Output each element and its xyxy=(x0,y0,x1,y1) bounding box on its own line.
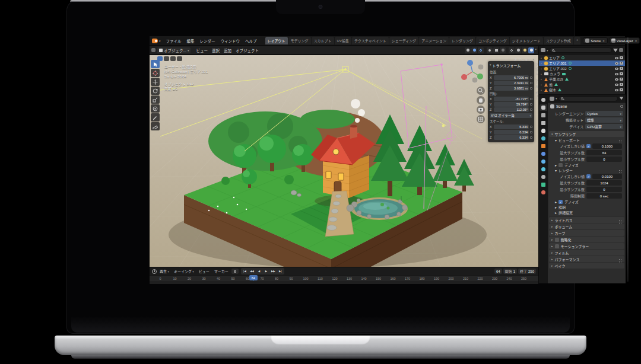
disclosure-dot[interactable]: • xyxy=(541,83,543,87)
rotation-y-field[interactable]: 59.784° xyxy=(494,102,529,107)
viewlayer-selector[interactable]: ViewLayer × xyxy=(609,37,640,44)
property-dropdown[interactable]: 標準▾ xyxy=(585,117,623,123)
viewport-3d[interactable]: ユーザー・透視投影 (64) Collection | エリア.001 Samp… xyxy=(150,55,538,267)
denoise-row[interactable]: ▸デノイズ xyxy=(549,162,624,168)
disable-in-render-icon[interactable] xyxy=(620,67,623,70)
jump-to-end-button[interactable]: ▶| xyxy=(277,269,284,274)
checkbox[interactable] xyxy=(555,238,559,242)
outliner-item[interactable]: •樹木 xyxy=(539,87,625,92)
play-reverse-button[interactable]: ◀ xyxy=(256,269,262,274)
hide-in-viewport-icon[interactable] xyxy=(615,68,618,70)
sampling-section-header[interactable]: ▾サンプリング xyxy=(549,131,624,137)
properties-search-input[interactable] xyxy=(559,96,618,101)
checkbox[interactable]: ✓ xyxy=(586,174,591,178)
view-menu[interactable]: ビュー xyxy=(197,269,211,274)
mode-dropdown[interactable]: オブジェク... ▾ xyxy=(157,47,191,53)
toggle-xray-icon[interactable] xyxy=(500,47,506,53)
shading-material-icon[interactable] xyxy=(522,47,528,53)
shading-solid-icon[interactable] xyxy=(515,47,521,53)
playhead-badge[interactable]: 64 xyxy=(249,275,258,280)
lock-icon[interactable] xyxy=(530,126,532,128)
output-tab-icon[interactable] xyxy=(540,112,547,119)
shading-dropdown-icon[interactable]: ▾ xyxy=(535,47,537,53)
shading-wireframe-icon[interactable] xyxy=(509,47,515,53)
lock-icon[interactable] xyxy=(530,131,532,133)
outliner-item[interactable]: •平面.019 xyxy=(539,76,625,82)
lock-icon[interactable] xyxy=(530,98,532,100)
menu-item[interactable]: レンダー xyxy=(198,37,218,44)
collapsed-section-header[interactable]: ▸ベイク xyxy=(549,263,624,269)
menu-item[interactable]: ファイル xyxy=(164,37,184,44)
lock-icon[interactable] xyxy=(530,136,532,139)
disable-in-render-icon[interactable] xyxy=(620,62,623,65)
scale-y-field[interactable]: 6.334 xyxy=(494,130,529,135)
cursor-tool[interactable] xyxy=(151,69,160,77)
hide-in-viewport-icon[interactable] xyxy=(615,57,618,59)
render-tab-icon[interactable] xyxy=(540,104,547,111)
tool-option-icon[interactable] xyxy=(164,56,169,61)
outliner-item[interactable]: •エリア xyxy=(539,55,625,60)
collapsed-section-header[interactable]: ▸カーブ xyxy=(549,230,624,236)
hide-in-viewport-icon[interactable] xyxy=(615,89,618,91)
remove-viewlayer-icon[interactable]: × xyxy=(634,39,638,43)
location-y-field[interactable]: 2.3241 m xyxy=(494,81,529,85)
keying-menu[interactable]: キーイング xyxy=(172,269,196,274)
collapsed-section-header[interactable]: ▸ライトパス xyxy=(549,217,624,223)
pivot-point-icon[interactable] xyxy=(465,47,471,53)
collapsed-section-header[interactable]: ▸ボリューム xyxy=(549,223,624,229)
scale-tool[interactable] xyxy=(151,95,160,104)
playback-menu[interactable]: 再生 xyxy=(158,269,171,274)
modifiers-tab-icon[interactable] xyxy=(540,151,547,157)
hide-in-viewport-icon[interactable] xyxy=(615,62,618,65)
timeline-track[interactable] xyxy=(150,281,538,284)
lock-icon[interactable] xyxy=(530,76,532,79)
material-tab-icon[interactable] xyxy=(540,189,547,196)
viewport-menu-item[interactable]: 追加 xyxy=(222,47,233,54)
annotate-tool[interactable] xyxy=(151,113,160,122)
workspace-tab[interactable]: シェーディング xyxy=(389,37,419,44)
jump-to-start-button[interactable]: |◀ xyxy=(242,269,248,274)
properties-filter-icon[interactable] xyxy=(620,97,623,100)
constraints-tab-icon[interactable] xyxy=(540,174,547,180)
hide-in-viewport-icon[interactable] xyxy=(615,84,618,86)
workspace-tab[interactable]: スクリプト作成 xyxy=(544,37,573,44)
tool-option-icon[interactable] xyxy=(170,56,176,61)
disable-in-render-icon[interactable] xyxy=(620,56,623,59)
viewport-menu-item[interactable]: ビュー xyxy=(194,47,210,54)
blender-logo-icon[interactable] xyxy=(152,39,158,43)
collapsed-section-header[interactable]: ▸モーションブラー xyxy=(549,243,624,249)
filter-icon[interactable] xyxy=(613,49,618,52)
lock-icon[interactable] xyxy=(530,103,532,106)
disable-in-render-icon[interactable] xyxy=(620,83,623,86)
rotate-tool[interactable] xyxy=(151,87,160,95)
outliner-search-input[interactable] xyxy=(550,47,612,53)
disable-in-render-icon[interactable] xyxy=(620,78,623,81)
prev-keyframe-button[interactable]: ◀◀ xyxy=(249,269,255,274)
property-value-field[interactable]: 0 xyxy=(586,157,622,162)
move-tool[interactable] xyxy=(151,78,160,86)
disclosure-dot[interactable]: • xyxy=(541,62,543,65)
collapsed-section-header[interactable]: ▸パフォーマンス xyxy=(549,256,624,262)
workspace-tab[interactable]: UV編集 xyxy=(335,37,351,44)
menu-item[interactable]: ウィンドウ xyxy=(218,37,243,44)
disable-in-render-icon[interactable] xyxy=(620,88,623,91)
toggle-perspective-icon[interactable] xyxy=(477,115,485,123)
outliner-item[interactable]: •エリア.002 xyxy=(539,66,625,71)
collapsed-section-header[interactable]: ▸フィルム xyxy=(549,250,624,256)
unlink-scene-icon[interactable]: × xyxy=(602,39,605,43)
world-tab-icon[interactable] xyxy=(540,135,547,142)
viewport-menu-item[interactable]: オブジェクト xyxy=(234,47,261,54)
outliner-item[interactable]: •エリア.001 xyxy=(539,60,625,66)
outliner-item[interactable]: •カメラ xyxy=(539,71,625,76)
property-value-field[interactable]: 0.0100 xyxy=(592,174,622,179)
properties-caret-icon[interactable]: ▾ xyxy=(556,97,557,100)
new-collection-icon[interactable] xyxy=(619,48,623,52)
subsection-header[interactable]: ▸照明 xyxy=(549,205,624,210)
zoom-icon[interactable] xyxy=(477,87,485,95)
outliner-editor-icon[interactable] xyxy=(541,48,545,52)
play-button[interactable]: ▶ xyxy=(263,269,269,274)
next-keyframe-button[interactable]: ▶▶ xyxy=(270,269,277,274)
pin-icon[interactable] xyxy=(620,105,623,108)
workspace-tab[interactable]: モデリング xyxy=(288,37,311,44)
property-value-field[interactable]: 64 xyxy=(586,150,622,155)
